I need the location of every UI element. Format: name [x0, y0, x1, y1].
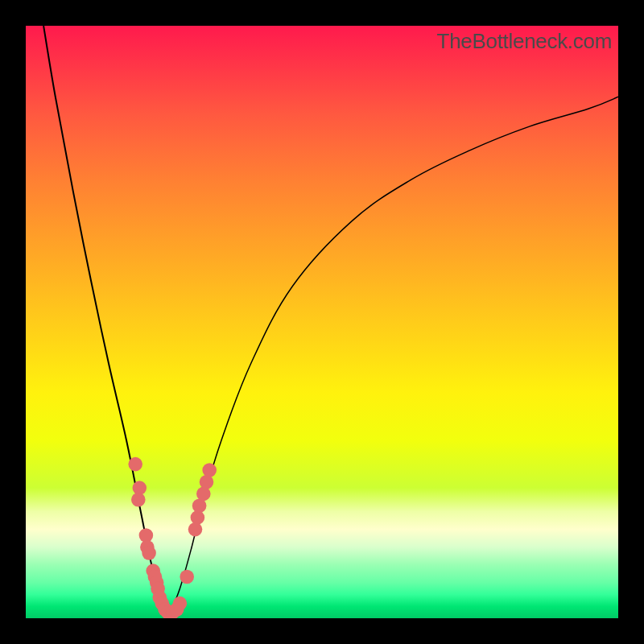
data-dots	[128, 457, 217, 618]
data-dot	[196, 487, 211, 502]
data-dot	[200, 475, 214, 489]
data-dot	[173, 597, 188, 611]
chart-svg	[26, 26, 618, 618]
data-dot	[128, 457, 142, 472]
chart-frame: TheBottleneck.com	[0, 0, 644, 644]
data-dot	[202, 463, 217, 477]
right-curve	[168, 97, 618, 618]
data-dot	[142, 546, 156, 560]
data-dot	[131, 493, 146, 507]
plot-area: TheBottleneck.com	[26, 26, 618, 618]
data-dot	[191, 510, 205, 525]
watermark-text: TheBottleneck.com	[437, 29, 612, 54]
data-dot	[188, 522, 203, 537]
data-dot	[180, 570, 194, 584]
